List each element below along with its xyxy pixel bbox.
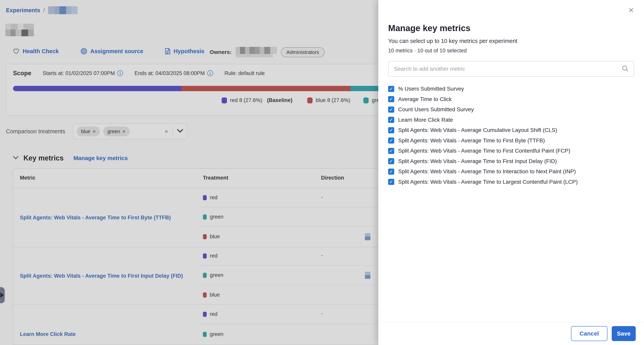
app-root: Experiments / Health Check Assignment so… (0, 0, 644, 345)
save-button[interactable]: Save (612, 326, 636, 341)
metric-option[interactable]: ✓Split Agents: Web Vitals - Average Time… (388, 166, 634, 177)
modal-subtitle: You can select up to 10 key metrics per … (388, 38, 518, 44)
checkbox-checked-icon[interactable]: ✓ (388, 96, 394, 102)
metric-option[interactable]: ✓% Users Submitted Survey (388, 84, 634, 94)
close-icon[interactable]: × (628, 6, 634, 15)
modal-footer: Cancel Save (378, 322, 644, 345)
modal-selection-summary: 10 metrics · 10 out of 10 selected (388, 48, 467, 54)
checkbox-checked-icon[interactable]: ✓ (388, 148, 394, 154)
checkbox-checked-icon[interactable]: ✓ (388, 169, 394, 175)
metric-option[interactable]: ✓Split Agents: Web Vitals - Average Time… (388, 146, 634, 156)
manage-key-metrics-modal: × Manage key metrics You can select up t… (378, 0, 644, 345)
metric-search-input[interactable] (388, 66, 622, 72)
metric-option[interactable]: ✓Average Time to Click (388, 94, 634, 105)
checkbox-checked-icon[interactable]: ✓ (388, 127, 394, 133)
checkbox-checked-icon[interactable]: ✓ (388, 86, 394, 92)
checkbox-checked-icon[interactable]: ✓ (388, 137, 394, 144)
checkbox-checked-icon[interactable]: ✓ (388, 117, 394, 123)
metric-option[interactable]: ✓Split Agents: Web Vitals - Average Time… (388, 136, 634, 146)
search-icon (622, 65, 629, 73)
modal-title: Manage key metrics (388, 23, 470, 33)
metric-option[interactable]: ✓Split Agents: Web Vitals - Average Time… (388, 156, 634, 167)
metric-option[interactable]: ✓Split Agents: Web Vitals - Average Time… (388, 177, 634, 187)
checkbox-checked-icon[interactable]: ✓ (388, 158, 394, 164)
checkbox-checked-icon[interactable]: ✓ (388, 107, 394, 113)
checkbox-checked-icon[interactable]: ✓ (388, 179, 394, 185)
metric-option[interactable]: ✓Split Agents: Web Vitals - Average Cumu… (388, 125, 634, 136)
metric-search-box (388, 61, 634, 77)
metric-option[interactable]: ✓Count Users Submitted Survey (388, 104, 634, 115)
cancel-button[interactable]: Cancel (571, 326, 608, 341)
metric-option[interactable]: ✓Learn More Click Rate (388, 115, 634, 125)
metric-checkbox-list: ✓% Users Submitted Survey ✓Average Time … (388, 84, 634, 187)
